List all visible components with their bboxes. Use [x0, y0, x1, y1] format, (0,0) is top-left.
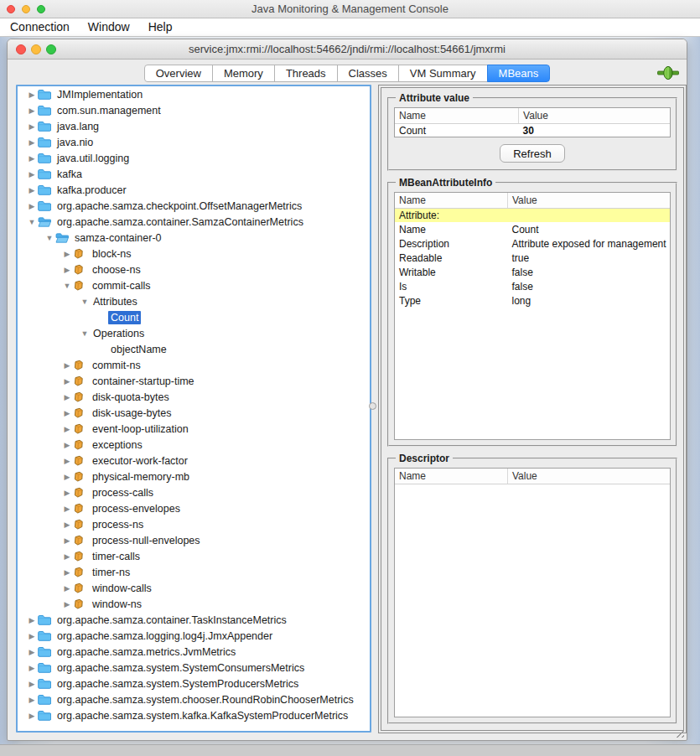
tree-item-commit-calls[interactable]: ▼commit-calls	[18, 277, 370, 293]
tree-item-kafka[interactable]: ▶kafka	[18, 166, 370, 182]
collapsed-arrow-icon[interactable]: ▶	[26, 616, 38, 624]
collapsed-arrow-icon[interactable]: ▶	[61, 584, 73, 593]
table-row-count[interactable]: Count30	[395, 123, 670, 137]
tree-item-java-lang[interactable]: ▶java.lang	[18, 118, 370, 134]
tree-item-window-ns[interactable]: ▶window-ns	[18, 596, 370, 612]
tree-item-java-util-logging[interactable]: ▶java.util.logging	[18, 150, 370, 166]
collapsed-arrow-icon[interactable]: ▶	[26, 138, 38, 147]
tree-item-physical-memory-mb[interactable]: ▶physical-memory-mb	[18, 469, 370, 484]
tree-item-event-loop-utilization[interactable]: ▶event-loop-utilization	[18, 421, 370, 437]
collapsed-arrow-icon[interactable]: ▶	[61, 377, 73, 386]
collapsed-arrow-icon[interactable]: ▶	[61, 568, 73, 577]
tab-memory[interactable]: Memory	[212, 65, 275, 82]
tree-item-objectname[interactable]: objectName	[18, 341, 370, 357]
collapsed-arrow-icon[interactable]: ▶	[61, 393, 73, 401]
collapsed-arrow-icon[interactable]: ▶	[61, 489, 73, 497]
expanded-arrow-icon[interactable]: ▼	[61, 282, 73, 290]
tree-item-com-sun-management[interactable]: ▶com.sun.management	[18, 102, 370, 118]
tree-item-org-apache-samza-system-systemproducersmetrics[interactable]: ▶org.apache.samza.system.SystemProducers…	[18, 676, 370, 691]
collapsed-arrow-icon[interactable]: ▶	[61, 473, 73, 481]
tree-item-org-apache-samza-container-samzacontainermetrics[interactable]: ▼org.apache.samza.container.SamzaContain…	[18, 214, 370, 230]
table-row-description[interactable]: DescriptionAttribute exposed for managem…	[395, 236, 670, 251]
collapsed-arrow-icon[interactable]: ▶	[26, 664, 38, 672]
collapsed-arrow-icon[interactable]: ▶	[61, 536, 73, 545]
collapsed-arrow-icon[interactable]: ▶	[61, 266, 73, 274]
tree-item-process-calls[interactable]: ▶process-calls	[18, 484, 370, 500]
tree-item-timer-calls[interactable]: ▶timer-calls	[18, 548, 370, 564]
tree-item-jmimplementation[interactable]: ▶JMImplementation	[18, 86, 370, 102]
tree-item-org-apache-samza-metrics-jvmmetrics[interactable]: ▶org.apache.samza.metrics.JvmMetrics	[18, 644, 370, 660]
column-header-value[interactable]: Value	[507, 193, 670, 208]
tab-threads[interactable]: Threads	[274, 65, 338, 82]
tree-item-process-ns[interactable]: ▶process-ns	[18, 516, 370, 532]
column-header-name[interactable]: Name	[395, 469, 507, 484]
table-row-is[interactable]: Isfalse	[395, 279, 670, 293]
tree-item-container-startup-time[interactable]: ▶container-startup-time	[18, 373, 370, 389]
collapsed-arrow-icon[interactable]: ▶	[26, 170, 38, 179]
expanded-arrow-icon[interactable]: ▼	[44, 234, 55, 242]
tree-item-commit-ns[interactable]: ▶commit-ns	[18, 357, 370, 373]
collapsed-arrow-icon[interactable]: ▶	[26, 122, 38, 131]
expanded-arrow-icon[interactable]: ▼	[79, 329, 91, 338]
tab-vm-summary[interactable]: VM Summary	[398, 65, 488, 82]
collapsed-arrow-icon[interactable]: ▶	[26, 202, 38, 210]
column-header-value[interactable]: Value	[507, 469, 670, 484]
tree-item-executor-work-factor[interactable]: ▶executor-work-factor	[18, 453, 370, 469]
tree-item-org-apache-samza-container-taskinstancemetrics[interactable]: ▶org.apache.samza.container.TaskInstance…	[18, 612, 370, 628]
collapsed-arrow-icon[interactable]: ▶	[26, 91, 38, 99]
collapsed-arrow-icon[interactable]: ▶	[61, 425, 73, 433]
tree-item-org-apache-samza-system-systemconsumersmetrics[interactable]: ▶org.apache.samza.system.SystemConsumers…	[18, 660, 370, 676]
column-header-value[interactable]: Value	[519, 108, 670, 123]
collapsed-arrow-icon[interactable]: ▶	[61, 505, 73, 513]
menu-connection[interactable]: Connection	[0, 18, 79, 37]
tree-item-exceptions[interactable]: ▶exceptions	[18, 437, 370, 453]
table-row-readable[interactable]: Readabletrue	[395, 251, 670, 265]
tree-item-block-ns[interactable]: ▶block-ns	[18, 246, 370, 261]
tree-item-process-envelopes[interactable]: ▶process-envelopes	[18, 500, 370, 516]
tree-item-operations[interactable]: ▼Operations	[18, 325, 370, 341]
tree-item-kafka-producer[interactable]: ▶kafka.producer	[18, 182, 370, 198]
collapsed-arrow-icon[interactable]: ▶	[26, 186, 38, 194]
collapsed-arrow-icon[interactable]: ▶	[61, 250, 73, 258]
collapsed-arrow-icon[interactable]: ▶	[26, 632, 38, 640]
collapsed-arrow-icon[interactable]: ▶	[61, 457, 73, 465]
collapsed-arrow-icon[interactable]: ▶	[26, 712, 38, 720]
tab-mbeans[interactable]: MBeans	[487, 65, 551, 82]
tree-item-org-apache-samza-system-kafka-kafkasystemproducermetrics[interactable]: ▶org.apache.samza.system.kafka.KafkaSyst…	[18, 707, 370, 723]
collapsed-arrow-icon[interactable]: ▶	[26, 696, 38, 704]
table-row-name[interactable]: NameCount	[395, 222, 670, 236]
collapsed-arrow-icon[interactable]: ▶	[61, 441, 73, 449]
collapsed-arrow-icon[interactable]: ▶	[26, 680, 38, 688]
collapsed-arrow-icon[interactable]: ▶	[26, 648, 38, 656]
collapsed-arrow-icon[interactable]: ▶	[61, 520, 73, 529]
tree-item-window-calls[interactable]: ▶window-calls	[18, 580, 370, 596]
collapsed-arrow-icon[interactable]: ▶	[61, 600, 73, 608]
menu-window[interactable]: Window	[79, 18, 139, 37]
menu-help[interactable]: Help	[139, 18, 182, 37]
tree-item-java-nio[interactable]: ▶java.nio	[18, 134, 370, 150]
table-row-type[interactable]: Typelong	[395, 293, 670, 308]
tab-classes[interactable]: Classes	[337, 65, 399, 82]
tree-item-timer-ns[interactable]: ▶timer-ns	[18, 564, 370, 580]
table-row-writable[interactable]: Writablefalse	[395, 265, 670, 279]
tree-item-samza-container-0[interactable]: ▼samza-container-0	[18, 230, 370, 246]
tree-item-org-apache-samza-checkpoint-offsetmanagermetrics[interactable]: ▶org.apache.samza.checkpoint.OffsetManag…	[18, 198, 370, 214]
tree-item-org-apache-samza-logging-log4j-jmxappender[interactable]: ▶org.apache.samza.logging.log4j.JmxAppen…	[18, 628, 370, 644]
tree-item-process-null-envelopes[interactable]: ▶process-null-envelopes	[18, 532, 370, 548]
table-row-attribute[interactable]: Attribute:	[395, 208, 670, 222]
tree-item-disk-quota-bytes[interactable]: ▶disk-quota-bytes	[18, 389, 370, 405]
collapsed-arrow-icon[interactable]: ▶	[26, 154, 38, 163]
collapsed-arrow-icon[interactable]: ▶	[26, 106, 38, 115]
expanded-arrow-icon[interactable]: ▼	[79, 298, 91, 306]
expanded-arrow-icon[interactable]: ▼	[26, 218, 38, 226]
tree-item-choose-ns[interactable]: ▶choose-ns	[18, 261, 370, 277]
collapsed-arrow-icon[interactable]: ▶	[61, 552, 73, 561]
tree-item-disk-usage-bytes[interactable]: ▶disk-usage-bytes	[18, 405, 370, 421]
tree-item-count[interactable]: Count	[18, 309, 370, 325]
tree-item-attributes[interactable]: ▼Attributes	[18, 293, 370, 309]
splitter-handle[interactable]	[369, 402, 376, 410]
tab-overview[interactable]: Overview	[144, 65, 213, 82]
column-header-name[interactable]: Name	[395, 108, 519, 123]
collapsed-arrow-icon[interactable]: ▶	[61, 361, 73, 370]
collapsed-arrow-icon[interactable]: ▶	[61, 409, 73, 417]
